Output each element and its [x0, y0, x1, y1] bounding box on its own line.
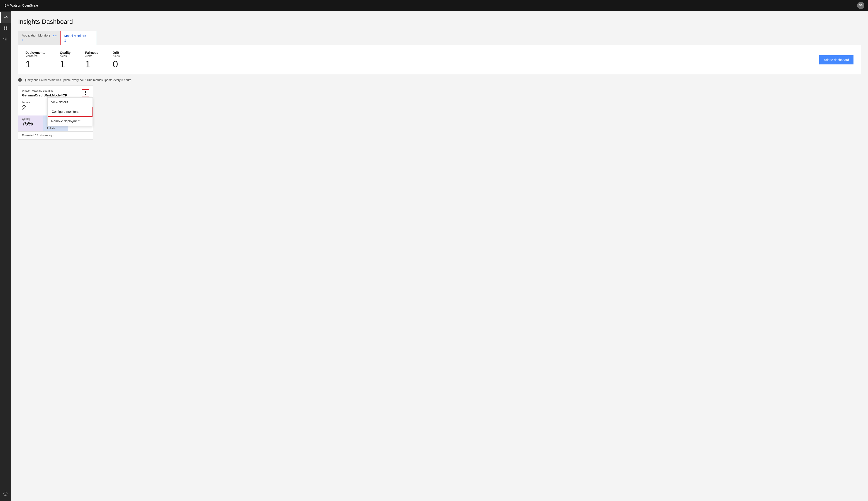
fairness-bar-alerts: 1 alerts	[47, 127, 64, 130]
sidebar	[0, 11, 11, 501]
card-name: GermanCreditRiskModelICP	[22, 93, 67, 97]
tab-app-monitors-badge: beta	[52, 34, 56, 37]
stat-quality-value: 1	[60, 60, 70, 69]
card-provider: Watson Machine Learning	[22, 89, 67, 92]
grid-icon	[3, 26, 8, 30]
svg-point-10	[5, 494, 6, 495]
model-card: Watson Machine Learning GermanCreditRisk…	[18, 85, 93, 140]
stat-deployments-value: 1	[25, 60, 45, 69]
stat-fairness-label: Fairness	[85, 51, 98, 54]
dropdown-item-view-details[interactable]: View details	[48, 98, 92, 107]
svg-rect-7	[3, 38, 4, 39]
svg-rect-1	[6, 26, 7, 28]
dropdown-item-configure-monitors[interactable]: Configure monitors	[48, 107, 92, 117]
info-bar-text: Quality and Fairness metrics update ever…	[24, 78, 132, 82]
sidebar-item-settings[interactable]	[0, 34, 11, 44]
main-layout: Insights Dashboard Application Monitors …	[0, 11, 868, 501]
quality-bar: Quality 75%	[18, 116, 43, 131]
stat-drift-label: Drift	[113, 51, 120, 54]
pulse-icon	[4, 15, 8, 20]
card-header: Watson Machine Learning GermanCreditRisk…	[18, 86, 93, 99]
svg-rect-2	[4, 28, 5, 30]
svg-rect-0	[4, 26, 5, 28]
sidebar-item-catalog[interactable]	[0, 23, 11, 34]
stat-quality-sublabel: Alerts	[60, 54, 70, 57]
tab-application-monitors[interactable]: Application Monitors beta 1	[18, 31, 60, 45]
quality-bar-label: Quality	[22, 117, 40, 120]
stat-deployments-sublabel: Monitored	[25, 54, 45, 57]
three-dot-menu-button[interactable]	[82, 89, 89, 96]
cards-area: Watson Machine Learning GermanCreditRisk…	[18, 85, 861, 140]
quality-bar-value: 75%	[22, 120, 40, 127]
svg-rect-3	[6, 28, 7, 30]
page-title: Insights Dashboard	[18, 18, 861, 25]
svg-rect-5	[5, 38, 6, 41]
stat-deployments-label: Deployments	[25, 51, 45, 54]
dot-2	[85, 92, 86, 93]
dot-3	[85, 94, 86, 95]
info-icon: i	[18, 78, 22, 82]
tab-app-monitors-label: Application Monitors	[22, 34, 50, 37]
stat-fairness-value: 1	[85, 60, 98, 69]
dropdown-item-remove-deployment[interactable]: Remove deployment	[48, 117, 92, 126]
svg-rect-8	[5, 39, 6, 40]
tab-model-monitors-count: 1	[64, 39, 66, 42]
stat-fairness-sublabel: Alerts	[85, 54, 98, 57]
dropdown-menu: View details Configure monitors Remove d…	[47, 97, 93, 126]
help-icon	[3, 491, 8, 496]
sidebar-item-help[interactable]	[0, 488, 11, 499]
stat-drift: Drift Alerts 0	[113, 51, 120, 69]
tab-model-monitors[interactable]: Model Monitors 1	[60, 31, 96, 45]
stat-drift-sublabel: Alerts	[113, 54, 120, 57]
card-footer: Evaluated 52 minutes ago	[18, 131, 93, 139]
stat-deployments: Deployments Monitored 1	[25, 51, 45, 69]
add-to-dashboard-button[interactable]: Add to dashboard	[819, 55, 854, 64]
top-navigation: IBM Watson OpenScale SS	[0, 0, 868, 11]
main-content: Insights Dashboard Application Monitors …	[11, 11, 868, 501]
stat-quality-label: Quality	[60, 51, 70, 54]
stat-fairness: Fairness Alerts 1	[85, 51, 98, 69]
stat-drift-value: 0	[113, 60, 120, 69]
stat-quality: Quality Alerts 1	[60, 51, 70, 69]
app-title: IBM Watson OpenScale	[4, 4, 38, 7]
sidebar-item-dashboard[interactable]	[0, 12, 11, 23]
tab-app-monitors-count: 1	[22, 38, 24, 42]
svg-rect-4	[4, 38, 4, 41]
stats-section: Deployments Monitored 1 Quality Alerts 1…	[18, 45, 861, 74]
tab-model-monitors-label: Model Monitors	[64, 34, 86, 38]
avatar[interactable]: SS	[857, 2, 864, 9]
sliders-icon	[3, 37, 8, 41]
dot-1	[85, 91, 86, 92]
info-bar: i Quality and Fairness metrics update ev…	[18, 74, 861, 85]
tabs-bar: Application Monitors beta 1 Model Monito…	[18, 31, 861, 45]
